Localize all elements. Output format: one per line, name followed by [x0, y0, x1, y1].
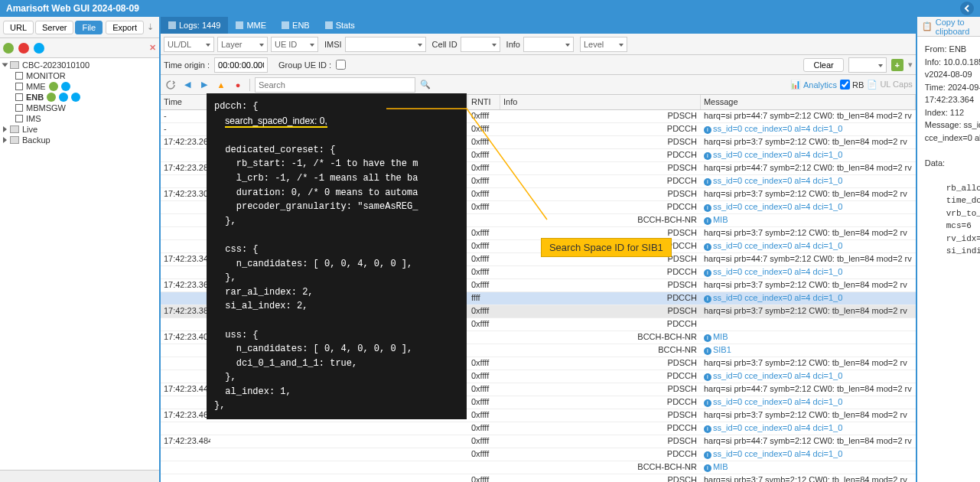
status-red-icon[interactable] [18, 43, 29, 54]
filter-row: UL/DL Layer UE ID IMSI Cell ID Info Leve… [161, 34, 916, 55]
tree-node[interactable]: MBMSGW [0, 103, 159, 113]
detail-info: Info: 10.0.0.185:9001, v2024-08-09 [925, 56, 980, 81]
export-button[interactable]: Export [106, 21, 144, 34]
cellid-label: Cell ID [432, 40, 457, 49]
url-button[interactable]: URL [3, 21, 34, 34]
detail-message: Message: ss_id=0 cce_index=0 al=4 dci=1_… [925, 119, 980, 144]
h-scrollbar[interactable] [0, 470, 159, 482]
next-icon[interactable]: ▶ [197, 78, 211, 92]
detail-pane: From: ENB Info: 10.0.0.185:9001, v2024-0… [917, 37, 980, 264]
warn-icon[interactable]: ▲ [214, 78, 228, 92]
app-title: Amarisoft Web GUI 2024-08-09 [6, 3, 960, 14]
origin-input[interactable] [214, 57, 268, 73]
col-msg[interactable]: Message [701, 95, 916, 109]
analytics-link[interactable]: 📊 Analytics [790, 80, 837, 90]
close-icon[interactable]: ✕ [149, 43, 156, 53]
status-green-icon[interactable] [3, 43, 14, 54]
data-line: mcs=6 [925, 220, 980, 233]
status-blue-icon[interactable] [34, 43, 44, 54]
file-button[interactable]: File [75, 21, 103, 34]
tab[interactable]: ENB [274, 17, 317, 34]
clear-button[interactable]: Clear [803, 58, 843, 72]
detail-from: From: ENB [925, 43, 980, 56]
table-row[interactable]: 0xffffPDSCHharq=si prb=3:7 symb=2:12 CW0… [161, 474, 916, 482]
tree-node[interactable]: Live [0, 124, 159, 135]
data-line: rb_alloc=0x149 [925, 182, 980, 195]
copy-clipboard-link[interactable]: 📋 Copy to clipboard [922, 18, 980, 36]
add-button[interactable]: + [891, 59, 903, 71]
info-label: Info [506, 40, 520, 49]
tree-node[interactable]: IMS [0, 113, 159, 124]
table-row[interactable]: 17:42:23.4840xffffPDSCHharq=si prb=44:7 … [161, 435, 916, 448]
refresh-icon[interactable] [164, 78, 177, 92]
group-label: Group UE ID : [278, 60, 331, 70]
left-panel: URL Server File Export ⇣ ✕ CBC-202301010… [0, 17, 161, 482]
code-overlay: pdcch: { search_space0_index: 0, dedicat… [207, 93, 467, 419]
center-panel: Logs: 1449MMEENBStats UL/DL Layer UE ID … [161, 17, 917, 482]
app-header: Amarisoft Web GUI 2024-08-09 [0, 0, 980, 17]
annotation-label: Search Space ID for SIB1 [541, 238, 672, 257]
layer-combo[interactable]: Layer [217, 37, 268, 52]
search-icon[interactable]: 🔍 [418, 78, 432, 92]
imsi-label: IMSI [324, 40, 342, 49]
collapse-left-icon[interactable] [960, 2, 974, 15]
clear-combo[interactable] [848, 57, 887, 73]
search-input[interactable] [255, 77, 415, 93]
tree-node[interactable]: MME [0, 81, 159, 92]
group-checkbox[interactable] [336, 60, 346, 70]
uldl-combo[interactable]: UL/DL [164, 37, 214, 52]
tree-node[interactable]: ENB [0, 92, 159, 103]
search-row: ◀ ▶ ▲ ● 🔍 📊 Analytics RB 📄 UL Caps [161, 75, 916, 95]
tab[interactable]: Stats [317, 17, 363, 34]
imsi-combo[interactable] [345, 37, 426, 52]
info-combo[interactable] [523, 37, 574, 52]
tab[interactable]: MME [228, 17, 274, 34]
rb-checkbox[interactable]: RB [840, 80, 864, 90]
col-info[interactable]: Info [500, 95, 701, 109]
col-time[interactable]: Time [161, 95, 211, 109]
detail-index: Index: 112 [925, 106, 980, 119]
error-icon[interactable]: ● [231, 78, 245, 92]
tree: CBC-2023010100MONITORMMEENBMBMSGWIMSLive… [0, 58, 159, 470]
data-line: time_domain_rsc=0 [925, 194, 980, 207]
level-combo[interactable]: Level [580, 37, 627, 52]
tree-node[interactable]: CBC-2023010100 [0, 60, 159, 70]
tab[interactable]: Logs: 1449 [161, 17, 228, 34]
data-line: vrb_to_prb_map=0 [925, 207, 980, 220]
detail-time: Time: 2024-09-01 17:42:23.364 [925, 81, 980, 106]
ueid-combo[interactable]: UE ID [271, 37, 318, 52]
add-menu-icon[interactable]: ▾ [908, 60, 913, 70]
col-rnti[interactable]: RNTI [468, 95, 500, 109]
tree-node[interactable]: Backup [0, 135, 159, 145]
ulcaps-label: 📄 UL Caps [867, 80, 912, 90]
prev-icon[interactable]: ◀ [181, 78, 194, 92]
tabs: Logs: 1449MMEENBStats [161, 17, 916, 34]
data-line: si_indicator=0 [925, 245, 980, 258]
server-button[interactable]: Server [35, 21, 73, 34]
origin-label: Time origin : [164, 60, 210, 70]
cellid-combo[interactable] [461, 37, 500, 52]
right-panel: 📋 Copy to clipboard 📁 Browse From: ENB I… [917, 17, 980, 482]
table-row[interactable]: BCCH-BCH-NRiMIB [161, 461, 916, 474]
table-row[interactable]: 0xffffPDCCHiss_id=0 cce_index=0 al=4 dci… [161, 422, 916, 435]
export-menu-icon[interactable]: ⇣ [145, 22, 156, 32]
data-line: rv_idx=3 [925, 233, 980, 246]
tree-node[interactable]: MONITOR [0, 70, 159, 81]
detail-data-label: Data: [925, 157, 980, 170]
origin-row: Time origin : Group UE ID : Clear + ▾ [161, 55, 916, 75]
table-row[interactable]: 0xffffPDCCHiss_id=0 cce_index=0 al=4 dci… [161, 448, 916, 461]
